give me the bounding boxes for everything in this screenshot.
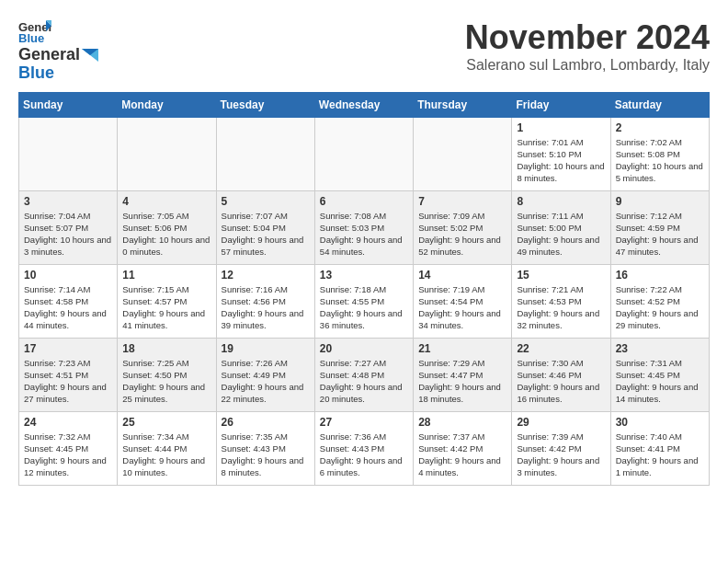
- day-number: 15: [517, 269, 605, 282]
- day-info: Sunrise: 7:31 AM Sunset: 4:45 PM Dayligh…: [616, 357, 704, 406]
- table-row: 17Sunrise: 7:23 AM Sunset: 4:51 PM Dayli…: [19, 338, 118, 411]
- day-info: Sunrise: 7:21 AM Sunset: 4:53 PM Dayligh…: [517, 283, 605, 332]
- header-monday: Monday: [118, 92, 216, 117]
- location-title: Salerano sul Lambro, Lombardy, Italy: [465, 57, 710, 74]
- day-number: 28: [418, 416, 506, 429]
- day-info: Sunrise: 7:35 AM Sunset: 4:43 PM Dayligh…: [222, 431, 310, 479]
- svg-text:Blue: Blue: [18, 31, 44, 44]
- table-row: 18Sunrise: 7:25 AM Sunset: 4:50 PM Dayli…: [118, 338, 216, 411]
- table-row: 11Sunrise: 7:15 AM Sunset: 4:57 PM Dayli…: [118, 264, 216, 338]
- title-area: November 2024 Salerano sul Lambro, Lomba…: [465, 18, 710, 74]
- day-info: Sunrise: 7:40 AM Sunset: 4:41 PM Dayligh…: [616, 431, 704, 479]
- day-number: 8: [517, 195, 605, 208]
- calendar-week-row: 17Sunrise: 7:23 AM Sunset: 4:51 PM Dayli…: [19, 338, 710, 411]
- table-row: 27Sunrise: 7:36 AM Sunset: 4:43 PM Dayli…: [314, 411, 413, 485]
- day-number: 18: [122, 342, 210, 355]
- day-info: Sunrise: 7:39 AM Sunset: 4:42 PM Dayligh…: [517, 431, 605, 479]
- day-number: 10: [24, 269, 112, 282]
- table-row: 2Sunrise: 7:02 AM Sunset: 5:08 PM Daylig…: [610, 117, 709, 190]
- day-number: 6: [320, 195, 408, 208]
- day-info: Sunrise: 7:08 AM Sunset: 5:03 PM Dayligh…: [320, 210, 408, 259]
- day-number: 2: [616, 121, 704, 134]
- day-number: 7: [418, 195, 506, 208]
- day-info: Sunrise: 7:32 AM Sunset: 4:45 PM Dayligh…: [24, 431, 112, 479]
- day-info: Sunrise: 7:29 AM Sunset: 4:47 PM Dayligh…: [418, 357, 506, 406]
- table-row: 29Sunrise: 7:39 AM Sunset: 4:42 PM Dayli…: [512, 411, 610, 485]
- header-thursday: Thursday: [414, 92, 512, 117]
- table-row: 8Sunrise: 7:11 AM Sunset: 5:00 PM Daylig…: [512, 190, 610, 264]
- day-number: 23: [616, 342, 704, 355]
- table-row: 23Sunrise: 7:31 AM Sunset: 4:45 PM Dayli…: [610, 338, 709, 411]
- day-info: Sunrise: 7:04 AM Sunset: 5:07 PM Dayligh…: [24, 210, 112, 259]
- table-row: 16Sunrise: 7:22 AM Sunset: 4:52 PM Dayli…: [610, 264, 709, 338]
- table-row: 22Sunrise: 7:30 AM Sunset: 4:46 PM Dayli…: [512, 338, 610, 411]
- day-number: 26: [222, 416, 310, 429]
- logo-blue: Blue: [18, 64, 98, 83]
- table-row: 25Sunrise: 7:34 AM Sunset: 4:44 PM Dayli…: [118, 411, 216, 485]
- day-number: 30: [616, 416, 704, 429]
- table-row: 24Sunrise: 7:32 AM Sunset: 4:45 PM Dayli…: [19, 411, 118, 485]
- page-header: General Blue General Blue November 2024 …: [18, 18, 710, 83]
- day-info: Sunrise: 7:16 AM Sunset: 4:56 PM Dayligh…: [222, 283, 310, 332]
- day-info: Sunrise: 7:22 AM Sunset: 4:52 PM Dayligh…: [616, 283, 704, 332]
- table-row: 19Sunrise: 7:26 AM Sunset: 4:49 PM Dayli…: [216, 338, 314, 411]
- table-row: 1Sunrise: 7:01 AM Sunset: 5:10 PM Daylig…: [512, 117, 610, 190]
- table-row: 21Sunrise: 7:29 AM Sunset: 4:47 PM Dayli…: [414, 338, 512, 411]
- table-row: 7Sunrise: 7:09 AM Sunset: 5:02 PM Daylig…: [414, 190, 512, 264]
- day-number: 11: [122, 269, 210, 282]
- day-number: 17: [24, 342, 112, 355]
- table-row: 5Sunrise: 7:07 AM Sunset: 5:04 PM Daylig…: [216, 190, 314, 264]
- day-number: 16: [616, 269, 704, 282]
- day-number: 13: [320, 269, 408, 282]
- day-number: 5: [222, 195, 310, 208]
- day-info: Sunrise: 7:11 AM Sunset: 5:00 PM Dayligh…: [517, 210, 605, 259]
- day-info: Sunrise: 7:05 AM Sunset: 5:06 PM Dayligh…: [122, 210, 210, 259]
- table-row: [19, 117, 118, 190]
- table-row: 13Sunrise: 7:18 AM Sunset: 4:55 PM Dayli…: [314, 264, 413, 338]
- day-number: 25: [122, 416, 210, 429]
- table-row: [216, 117, 314, 190]
- day-number: 12: [222, 269, 310, 282]
- header-wednesday: Wednesday: [314, 92, 413, 117]
- logo: General Blue General Blue: [18, 18, 98, 83]
- day-info: Sunrise: 7:26 AM Sunset: 4:49 PM Dayligh…: [222, 357, 310, 406]
- calendar-week-row: 3Sunrise: 7:04 AM Sunset: 5:07 PM Daylig…: [19, 190, 710, 264]
- table-row: 20Sunrise: 7:27 AM Sunset: 4:48 PM Dayli…: [314, 338, 413, 411]
- day-info: Sunrise: 7:37 AM Sunset: 4:42 PM Dayligh…: [418, 431, 506, 479]
- day-info: Sunrise: 7:12 AM Sunset: 4:59 PM Dayligh…: [616, 210, 704, 259]
- table-row: 9Sunrise: 7:12 AM Sunset: 4:59 PM Daylig…: [610, 190, 709, 264]
- day-number: 19: [222, 342, 310, 355]
- calendar-table: Sunday Monday Tuesday Wednesday Thursday…: [18, 92, 710, 486]
- table-row: 28Sunrise: 7:37 AM Sunset: 4:42 PM Dayli…: [414, 411, 512, 485]
- table-row: 4Sunrise: 7:05 AM Sunset: 5:06 PM Daylig…: [118, 190, 216, 264]
- day-info: Sunrise: 7:01 AM Sunset: 5:10 PM Dayligh…: [517, 136, 605, 185]
- calendar-header-row: Sunday Monday Tuesday Wednesday Thursday…: [19, 92, 710, 117]
- day-number: 4: [122, 195, 210, 208]
- day-number: 24: [24, 416, 112, 429]
- table-row: 15Sunrise: 7:21 AM Sunset: 4:53 PM Dayli…: [512, 264, 610, 338]
- header-saturday: Saturday: [610, 92, 709, 117]
- table-row: 12Sunrise: 7:16 AM Sunset: 4:56 PM Dayli…: [216, 264, 314, 338]
- table-row: [118, 117, 216, 190]
- day-info: Sunrise: 7:19 AM Sunset: 4:54 PM Dayligh…: [418, 283, 506, 332]
- table-row: [414, 117, 512, 190]
- day-info: Sunrise: 7:34 AM Sunset: 4:44 PM Dayligh…: [122, 431, 210, 479]
- day-info: Sunrise: 7:07 AM Sunset: 5:04 PM Dayligh…: [222, 210, 310, 259]
- day-number: 3: [24, 195, 112, 208]
- day-number: 20: [320, 342, 408, 355]
- calendar-week-row: 10Sunrise: 7:14 AM Sunset: 4:58 PM Dayli…: [19, 264, 710, 338]
- calendar-week-row: 24Sunrise: 7:32 AM Sunset: 4:45 PM Dayli…: [19, 411, 710, 485]
- logo-icon: General Blue: [18, 18, 51, 44]
- day-number: 1: [517, 121, 605, 134]
- table-row: 14Sunrise: 7:19 AM Sunset: 4:54 PM Dayli…: [414, 264, 512, 338]
- day-number: 27: [320, 416, 408, 429]
- header-friday: Friday: [512, 92, 610, 117]
- month-title: November 2024: [465, 18, 710, 57]
- day-info: Sunrise: 7:14 AM Sunset: 4:58 PM Dayligh…: [24, 283, 112, 332]
- day-info: Sunrise: 7:09 AM Sunset: 5:02 PM Dayligh…: [418, 210, 506, 259]
- header-sunday: Sunday: [19, 92, 118, 117]
- day-info: Sunrise: 7:15 AM Sunset: 4:57 PM Dayligh…: [122, 283, 210, 332]
- day-number: 22: [517, 342, 605, 355]
- day-info: Sunrise: 7:27 AM Sunset: 4:48 PM Dayligh…: [320, 357, 408, 406]
- day-info: Sunrise: 7:23 AM Sunset: 4:51 PM Dayligh…: [24, 357, 112, 406]
